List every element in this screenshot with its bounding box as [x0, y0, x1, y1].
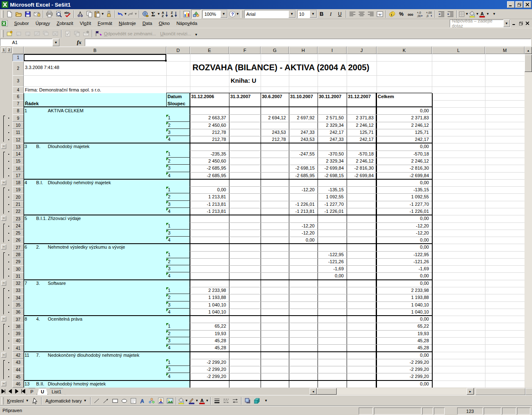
- cell-I19[interactable]: -135,15: [318, 187, 345, 193]
- row-header-6[interactable]: 6: [12, 93, 24, 101]
- send-mail-button[interactable]: [81, 30, 91, 38]
- row-header-2[interactable]: 2: [12, 61, 24, 76]
- select-checkbox-button[interactable]: [63, 30, 72, 38]
- cell-H6[interactable]: 31.10.2007: [290, 94, 317, 100]
- cell-I31[interactable]: 0,00: [318, 273, 345, 279]
- cell-K31[interactable]: 0,00: [377, 273, 430, 279]
- cell-H21[interactable]: -1 226,01: [290, 202, 316, 207]
- cell-K40[interactable]: 45,28: [377, 338, 430, 343]
- section-name[interactable]: Zřizovací výdaje: [48, 216, 189, 222]
- cell-F6[interactable]: 31.3.2007: [230, 94, 260, 100]
- row-header-26[interactable]: 26: [12, 237, 24, 244]
- row-header-22[interactable]: 22: [12, 208, 24, 215]
- cell-K46[interactable]: 0,00: [377, 381, 430, 387]
- cell-K35[interactable]: 1 040,10: [377, 302, 430, 308]
- cell-E41[interactable]: 45,28: [191, 345, 227, 351]
- outline-level-2-button[interactable]: 2: [7, 47, 12, 53]
- cell-I11[interactable]: 242,17: [318, 130, 345, 135]
- menu-npovda[interactable]: Nápověda: [173, 20, 200, 27]
- cell-D21[interactable]: 3: [168, 202, 176, 207]
- cell-I22[interactable]: -1 226,01: [318, 209, 345, 214]
- cell-E16[interactable]: -2 685,95: [191, 166, 227, 171]
- cell-D22[interactable]: 4: [168, 209, 176, 214]
- column-header-K[interactable]: K: [377, 47, 432, 54]
- cell-E38[interactable]: 65,22: [191, 324, 227, 329]
- cell-E34[interactable]: 1 193,88: [191, 295, 227, 300]
- selection-fill-handle[interactable]: [165, 60, 167, 62]
- cell-D16[interactable]: 3: [168, 166, 176, 171]
- cell-K20[interactable]: 1 092,55: [377, 194, 430, 200]
- cell-D10[interactable]: 2: [168, 123, 176, 128]
- cell-G12[interactable]: 212,78: [261, 137, 287, 142]
- cell-I9[interactable]: 2 571,50: [318, 115, 345, 121]
- cell-D9[interactable]: 1: [168, 115, 176, 121]
- section-name[interactable]: AKTIVA CELKEM: [48, 108, 189, 114]
- cell-D35[interactable]: 3: [168, 302, 176, 308]
- cell-H11[interactable]: 247,33: [290, 130, 316, 135]
- cell-D26[interactable]: 4: [168, 237, 176, 243]
- cell-K18[interactable]: 0,00: [377, 180, 430, 185]
- sheet-tab-p[interactable]: P: [27, 388, 37, 395]
- restore-button[interactable]: [515, 1, 523, 8]
- cell-I29[interactable]: -121,26: [318, 259, 345, 264]
- menu-nstroje[interactable]: Nástroje: [116, 20, 139, 27]
- cell-D40[interactable]: 3: [168, 338, 176, 343]
- cell-E39[interactable]: 19,93: [191, 331, 227, 336]
- delete-comment-button[interactable]: [51, 30, 60, 38]
- merge-workbooks-button[interactable]: [72, 30, 81, 38]
- row-header-24[interactable]: 24: [12, 222, 24, 230]
- cell-K39[interactable]: 19,93: [377, 331, 430, 336]
- section-name[interactable]: Nedokončený dlouhodobý nehmotný majetek: [48, 353, 189, 358]
- reply-with-changes-button[interactable]: Odpovědět se změnami...: [104, 31, 156, 36]
- ask-question-dropdown[interactable]: ▼: [503, 20, 510, 27]
- row-header-3[interactable]: 3: [12, 75, 24, 87]
- cell-K44[interactable]: -2 299,20: [377, 367, 430, 372]
- cell-D44[interactable]: 3: [168, 367, 176, 372]
- cell-K21[interactable]: -1 227,70: [377, 202, 430, 207]
- bold-button[interactable]: B: [317, 10, 326, 18]
- increase-indent-button[interactable]: [446, 10, 455, 18]
- cell-K17[interactable]: -2 699,84: [377, 173, 430, 178]
- row-header-16[interactable]: 16: [12, 165, 24, 172]
- cell-E20[interactable]: 1 213,81: [191, 194, 227, 200]
- toolbar-grip[interactable]: [241, 10, 243, 18]
- cell-I14[interactable]: -370,50: [318, 151, 345, 157]
- section-num[interactable]: 5: [25, 216, 36, 222]
- column-header-G[interactable]: G: [261, 47, 289, 54]
- column-header-E[interactable]: E: [190, 47, 229, 54]
- menu-zobrazit[interactable]: Zobrazit: [53, 20, 76, 27]
- minimize-button[interactable]: [507, 1, 515, 8]
- cell-D33[interactable]: 1: [168, 288, 176, 293]
- redo-button[interactable]: ▼: [127, 10, 138, 18]
- fill-color-button[interactable]: ▼: [469, 10, 479, 18]
- cell-K19[interactable]: -135,15: [377, 187, 430, 193]
- tab-split-area[interactable]: [475, 388, 525, 395]
- row-header-45[interactable]: 45: [12, 373, 24, 380]
- cell-D30[interactable]: 3: [168, 266, 176, 272]
- show-all-comments-button[interactable]: [42, 30, 51, 38]
- chart-wizard-button[interactable]: [182, 10, 191, 18]
- cell-J6[interactable]: 31.12.2007: [348, 94, 376, 100]
- column-header-D[interactable]: D: [166, 47, 190, 54]
- clip-art-button[interactable]: [156, 397, 165, 405]
- row-header-35[interactable]: 35: [12, 301, 24, 309]
- font-name-dropdown[interactable]: ▼: [288, 10, 296, 18]
- ask-a-question-box[interactable]: Nápověda – zadejte dotaz ▼: [450, 20, 510, 27]
- row-header-33[interactable]: 33: [12, 287, 24, 294]
- row-header-46[interactable]: 46: [12, 380, 24, 388]
- name-box[interactable]: A1: [0, 39, 52, 46]
- select-all-corner[interactable]: [12, 47, 24, 54]
- cell-H16[interactable]: -2 698,15: [290, 166, 316, 171]
- cell-J17[interactable]: -2 699,84: [347, 173, 375, 178]
- row-header-1[interactable]: 1: [12, 54, 24, 62]
- prev-sheet-button[interactable]: [7, 388, 13, 395]
- row-header-9[interactable]: 9: [12, 114, 24, 122]
- section-num[interactable]: 7: [25, 281, 36, 287]
- cell-D38[interactable]: 1: [168, 324, 176, 329]
- collapse-group-button[interactable]: −: [1, 245, 6, 249]
- collapse-group-button[interactable]: −: [1, 316, 6, 321]
- align-center-button[interactable]: [357, 10, 366, 18]
- font-size-combo[interactable]: 10▼: [297, 10, 317, 18]
- cell-K41[interactable]: 45,28: [377, 345, 430, 351]
- arrow-button[interactable]: [101, 397, 111, 405]
